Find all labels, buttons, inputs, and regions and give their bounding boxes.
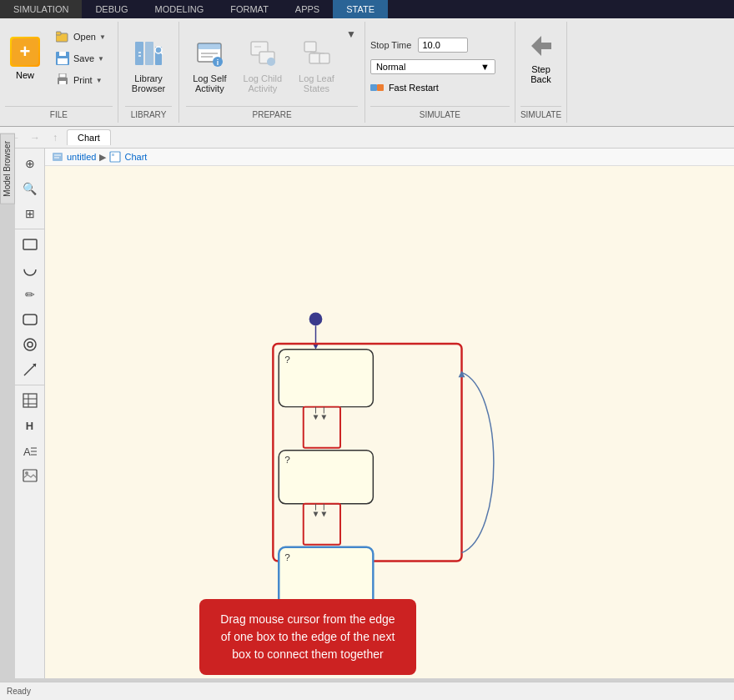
state-box-2[interactable] xyxy=(279,451,373,504)
svg-rect-11 xyxy=(145,42,153,65)
connector-box-2 xyxy=(304,504,340,545)
svg-point-26 xyxy=(267,58,275,66)
normal-dropdown-arrow: ▼ xyxy=(480,62,490,72)
prepare-group: i Log Self Activity Log Child Activity xyxy=(179,22,365,123)
print-dropdown-arrow: ▼ xyxy=(96,77,103,84)
tab-format[interactable]: FORMAT xyxy=(217,0,282,18)
log-leaf-states-button[interactable]: Log Leaf States xyxy=(292,33,341,99)
simulate-label-2: SIMULATE xyxy=(520,106,561,119)
connector-arrowhead-3 xyxy=(314,512,319,517)
step-back-button[interactable]: Step Back xyxy=(520,25,561,92)
nav-up-button[interactable]: ↑ xyxy=(47,129,63,146)
svg-rect-29 xyxy=(319,53,329,63)
stop-time-input[interactable] xyxy=(418,38,468,53)
tab-debug[interactable]: DEBUG xyxy=(82,0,141,18)
rectangle-tool[interactable] xyxy=(18,233,42,256)
step-back-group: Step Back SIMULATE xyxy=(515,22,567,123)
svg-point-39 xyxy=(28,342,33,347)
state-label-1: ? xyxy=(284,354,290,365)
open-dropdown-arrow: ▼ xyxy=(99,33,106,41)
library-browser-icon xyxy=(133,38,163,70)
svg-text:i: i xyxy=(217,58,219,67)
state-box-1[interactable] xyxy=(279,350,373,407)
prepare-group-label: PREPARE xyxy=(186,106,358,119)
save-button[interactable]: Save ▼ xyxy=(48,48,113,68)
library-group-label: LIBRARY xyxy=(125,106,172,119)
tab-apps[interactable]: APPS xyxy=(282,0,333,18)
log-child-activity-button[interactable]: Log Child Activity xyxy=(237,33,289,99)
svg-rect-14 xyxy=(138,55,141,57)
svg-rect-42 xyxy=(23,394,37,407)
ribbon: + New Open ▼ Save ▼ xyxy=(0,18,734,127)
svg-rect-6 xyxy=(58,58,68,64)
tab-state[interactable]: STATE xyxy=(333,0,388,18)
text-tool[interactable]: A xyxy=(18,439,42,462)
svg-point-38 xyxy=(24,339,36,350)
connector-arrowhead-1 xyxy=(314,415,319,420)
step-back-icon xyxy=(528,33,555,61)
simulate-group-label: SIMULATE xyxy=(370,106,510,119)
connector-tool[interactable] xyxy=(18,358,42,381)
prepare-more-button[interactable]: ▼ xyxy=(344,28,358,40)
log-self-activity-icon: i xyxy=(194,38,224,70)
simulate-group: Stop Time Normal ▼ Fast Restart SIMULATE xyxy=(365,22,515,123)
svg-rect-9 xyxy=(59,73,66,78)
zoom-fit-tool[interactable]: ⊕ xyxy=(18,152,42,175)
print-button[interactable]: Print ▼ xyxy=(48,70,113,90)
table-tool[interactable] xyxy=(18,389,42,412)
connector-arrowhead-2 xyxy=(321,415,326,420)
zoom-in-tool[interactable]: 🔍 xyxy=(18,177,42,200)
menu-bar: SIMULATION DEBUG MODELING FORMAT APPS ST… xyxy=(0,0,734,18)
image-tool[interactable] xyxy=(18,464,42,487)
library-group: Library Browser LIBRARY xyxy=(118,22,179,123)
zoom-fit-selection-tool[interactable]: ⊞ xyxy=(18,202,42,225)
log-child-activity-icon xyxy=(248,38,278,70)
file-group: + New Open ▼ Save ▼ xyxy=(0,22,118,123)
state-label-2: ? xyxy=(284,454,290,466)
tooltip-box: Drag mouse cursor from the edge of one b… xyxy=(199,599,416,675)
arc-tool[interactable] xyxy=(18,258,42,281)
fast-restart-label: Fast Restart xyxy=(389,83,439,93)
chart-tab[interactable]: Chart xyxy=(67,129,111,145)
log-leaf-states-icon xyxy=(301,38,331,70)
svg-rect-37 xyxy=(23,315,37,325)
log-self-activity-button[interactable]: i Log Self Activity xyxy=(186,33,233,99)
pen-tool[interactable]: ✏ xyxy=(18,283,42,306)
svg-rect-33 xyxy=(377,84,384,91)
state-tool[interactable] xyxy=(18,308,42,331)
connector-arrowhead-4 xyxy=(321,512,326,517)
svg-rect-8 xyxy=(59,81,66,84)
fast-restart-row: Fast Restart xyxy=(370,81,510,94)
history-tool[interactable] xyxy=(18,333,42,356)
nav-forward-button[interactable]: → xyxy=(27,129,43,146)
open-icon xyxy=(55,29,70,44)
curved-arrow xyxy=(462,372,494,552)
canvas-area: untitled ▶ Chart ? xyxy=(45,149,734,678)
svg-line-40 xyxy=(24,364,36,375)
left-toolbar: ⊕ 🔍 ⊞ ✏ H A xyxy=(15,149,45,678)
hierarchy-tool[interactable]: H xyxy=(18,414,42,437)
tab-bar: ← → ↑ Chart xyxy=(0,127,734,149)
svg-point-51 xyxy=(25,471,28,475)
tab-simulation[interactable]: SIMULATION xyxy=(0,0,82,18)
state-label-3: ? xyxy=(284,551,290,563)
library-browser-button[interactable]: Library Browser xyxy=(125,33,172,99)
toolbar-divider-1 xyxy=(15,229,44,229)
new-button[interactable]: + New xyxy=(5,25,45,92)
save-dropdown-arrow: ▼ xyxy=(98,55,104,63)
initial-state-dot xyxy=(309,313,323,326)
svg-rect-5 xyxy=(59,52,66,56)
svg-rect-35 xyxy=(23,239,37,249)
svg-rect-13 xyxy=(138,52,141,53)
tab-modeling[interactable]: MODELING xyxy=(142,0,218,18)
open-button[interactable]: Open ▼ xyxy=(48,27,113,47)
svg-text:+: + xyxy=(20,41,31,62)
file-group-label: FILE xyxy=(5,106,113,119)
svg-text:A: A xyxy=(23,446,31,458)
normal-dropdown[interactable]: Normal ▼ xyxy=(370,59,495,74)
model-browser-tab[interactable]: Model Browser xyxy=(0,133,15,204)
svg-point-36 xyxy=(24,264,36,275)
save-icon xyxy=(55,51,70,66)
svg-rect-3 xyxy=(56,32,61,35)
svg-rect-32 xyxy=(370,84,377,91)
